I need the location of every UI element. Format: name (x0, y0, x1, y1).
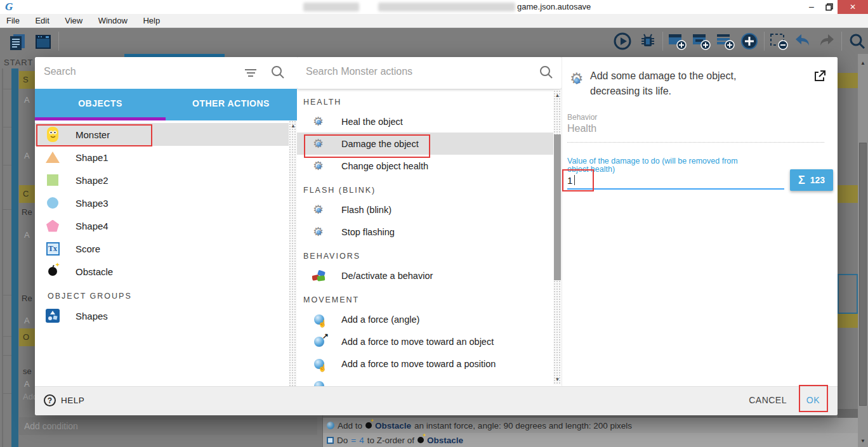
action-description: ⚙ Add some damage to the object, decreas… (570, 68, 808, 99)
actions-list: HEALTH ⚙ Heal the object ⚙ Damage the ob… (297, 89, 553, 386)
action-label: Flash (blink) (341, 205, 391, 215)
add-event-icon[interactable] (667, 32, 688, 53)
action-item[interactable]: ⚙ Flash (blink) (297, 198, 553, 221)
action-item[interactable]: ↗ Add a force to move toward an object (297, 330, 553, 353)
scrollbar-thumb[interactable] (859, 143, 867, 406)
debug-icon[interactable] (638, 32, 657, 53)
event-text-fragment: O (23, 332, 29, 342)
scrollbar-thumb[interactable] (554, 134, 561, 280)
list-item-shape3[interactable]: Shape3 (35, 191, 289, 214)
search-icon[interactable] (271, 65, 285, 82)
tab-objects[interactable]: OBJECTS (35, 89, 166, 117)
undo-icon[interactable] (793, 32, 812, 53)
menu-help[interactable]: Help (136, 14, 166, 25)
action-item[interactable]: ⚙ Heal the object (297, 110, 553, 133)
action-detail-panel: ⚙ Add some damage to the object, decreas… (562, 57, 838, 386)
objects-scrollbar[interactable]: ▲ (289, 120, 298, 386)
event-text-fragment: S (23, 75, 29, 84)
expression-editor-button[interactable]: Σ 123 (790, 169, 833, 191)
search-events-icon[interactable] (848, 32, 867, 53)
section-header: BEHAVIORS (297, 243, 553, 264)
action-row[interactable]: Do = 4 to Z-order of ✦ Obstacle (323, 433, 858, 447)
actions-scrollbar[interactable]: ▲ ▼ (553, 90, 562, 385)
event-text-fragment: Re (22, 294, 32, 303)
title-bar: G game.json.autosave – ✕ (0, 0, 868, 14)
action-text: Add to (338, 421, 362, 431)
text-caret (574, 175, 575, 185)
scroll-up-icon[interactable]: ▲ (289, 123, 298, 129)
action-label: Heal the object (341, 117, 403, 127)
objects-search-box (35, 57, 296, 89)
action-item[interactable]: ☝ Add a force (angle) (297, 308, 553, 330)
value: 4 (359, 436, 364, 445)
list-item-shape2[interactable]: Shape2 (35, 169, 289, 191)
object-label: Shape1 (76, 152, 109, 163)
play-icon[interactable] (613, 32, 632, 53)
list-item-monster[interactable]: Monster (35, 123, 289, 146)
action-text: to Z-order of (367, 436, 414, 445)
scroll-up-icon[interactable]: ▲ (858, 60, 867, 66)
menu-edit[interactable]: Edit (29, 14, 55, 25)
action-row[interactable]: Add to ✦ Obstacle an instant force, angl… (323, 418, 858, 433)
object-label: Shapes (76, 311, 108, 321)
filter-icon[interactable] (244, 67, 257, 79)
action-item[interactable]: De/activate a behavior (297, 264, 553, 287)
object-name: Obstacle (427, 436, 463, 445)
ok-button[interactable]: OK (806, 395, 820, 405)
pentagon-icon (44, 220, 62, 232)
scroll-down-icon[interactable]: ▼ (858, 438, 867, 444)
redacted-title-text (303, 3, 359, 11)
action-item-partial[interactable] (297, 375, 553, 386)
restore-button[interactable] (821, 0, 838, 14)
redo-icon[interactable] (817, 32, 836, 53)
dialog-footer: ? HELP CANCEL OK (35, 386, 838, 415)
scroll-up-icon[interactable]: ▲ (553, 93, 562, 98)
list-item-score[interactable]: Tx Score (35, 237, 289, 260)
scroll-down-icon[interactable]: ▼ (553, 377, 562, 382)
help-button[interactable]: ? HELP (44, 394, 84, 406)
bomb-icon: ✦ (365, 422, 372, 429)
cancel-button[interactable]: CANCEL (749, 395, 787, 405)
objects-search-input[interactable] (43, 65, 233, 78)
selected-event-outline (838, 274, 858, 314)
add-comment-icon[interactable] (716, 32, 736, 53)
search-icon[interactable] (539, 65, 553, 82)
gear-icon: ⚙ (311, 226, 327, 238)
list-item-shape1[interactable]: Shape1 (35, 146, 289, 169)
damage-value-input[interactable] (567, 174, 784, 190)
group-header: OBJECT GROUPS (35, 283, 289, 304)
list-item-shape4[interactable]: Shape4 (35, 214, 289, 237)
menu-view[interactable]: View (58, 14, 89, 25)
force-icon: ☝ (311, 359, 327, 369)
list-item-obstacle[interactable]: ✦ Obstacle (35, 260, 289, 283)
object-label: Score (76, 243, 100, 254)
actions-search-input[interactable] (305, 65, 520, 78)
remove-event-icon[interactable] (769, 32, 789, 53)
menu-window[interactable]: Window (92, 14, 134, 25)
event-text-fragment: A (24, 95, 30, 105)
scene-editor-icon[interactable] (33, 32, 53, 55)
menu-file[interactable]: File (0, 14, 26, 25)
minimize-button[interactable]: – (803, 0, 820, 14)
help-icon: ? (44, 394, 56, 406)
list-item-shapes-group[interactable]: Shapes (35, 304, 289, 327)
action-item[interactable]: ⚙ Change object health (297, 155, 553, 177)
section-header: FLASH (BLINK) (297, 177, 553, 198)
action-item[interactable]: ☝ Add a force to move toward a position (297, 353, 553, 375)
action-item-selected[interactable]: ⚙ Damage the object (297, 133, 553, 155)
menu-bar: File Edit View Window Help (0, 14, 868, 28)
project-manager-icon[interactable] (8, 32, 28, 55)
close-button[interactable]: ✕ (838, 0, 868, 14)
open-in-new-icon[interactable] (813, 70, 826, 85)
event-header-block (838, 185, 858, 203)
add-circle-icon[interactable] (740, 32, 759, 53)
bomb-icon: ✦ (418, 437, 424, 443)
tab-other-actions[interactable]: OTHER ACTIONS (166, 89, 296, 117)
action-item[interactable]: ⚙ Stop flashing (297, 221, 553, 243)
add-subevent-icon[interactable] (692, 32, 712, 53)
event-text-fragment: Re (22, 207, 32, 217)
action-label: Add a force (angle) (341, 314, 419, 325)
behavior-field[interactable]: Health (567, 123, 824, 143)
event-text-fragment: C (23, 189, 29, 198)
event-text-fragment: A (24, 316, 30, 325)
